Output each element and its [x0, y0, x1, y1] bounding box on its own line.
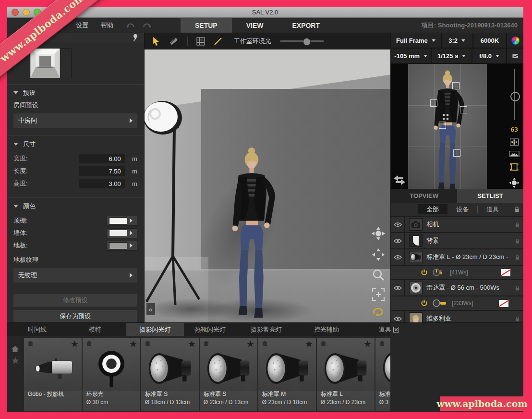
home-icon[interactable] — [320, 341, 326, 346]
tab-timeline[interactable]: 时间线 — [28, 323, 47, 336]
tab-setup[interactable]: SETUP — [181, 18, 232, 33]
setlist-row-background[interactable]: 背景 — [391, 233, 523, 249]
home-icon[interactable] — [27, 341, 34, 346]
shutter-select[interactable]: 1/125 s — [432, 49, 472, 63]
visibility-eye-icon[interactable] — [394, 316, 402, 321]
menu-settings[interactable]: 设置 — [76, 21, 88, 30]
setlist-row-radar-dish[interactable]: 雷达罩 - Ø 56 cm - 500Ws — [391, 280, 523, 296]
measure-tool[interactable] — [169, 37, 179, 46]
filter-all[interactable]: 全部 — [418, 204, 447, 214]
redo-icon[interactable] — [142, 22, 152, 29]
preview-zoom-slider[interactable] — [514, 69, 515, 120]
power-dial-icon[interactable] — [433, 299, 447, 307]
home-icon[interactable] — [262, 341, 268, 346]
collapse-panel-button[interactable]: « — [146, 303, 155, 315]
star-icon[interactable] — [305, 341, 313, 347]
lock-icon[interactable] — [515, 285, 520, 291]
setlist-row-camera[interactable]: 相机 — [391, 217, 523, 233]
library-card-reflector-s2[interactable]: 标准罩 SØ 23cm / D 13cm — [200, 338, 257, 411]
tab-export[interactable]: EXPORT — [278, 18, 334, 33]
room-preset-select[interactable]: 中房间 — [13, 113, 137, 128]
home-filter-icon[interactable] — [12, 346, 19, 352]
star-icon[interactable] — [188, 341, 195, 347]
slider-knob[interactable] — [303, 38, 311, 46]
tab-studio-flash[interactable]: 摄影闪光灯 — [126, 323, 184, 336]
library-card-gobo[interactable]: Gobo - 投影机 — [24, 338, 82, 411]
close-button[interactable] — [12, 9, 19, 16]
viewport[interactable]: 工作室环境光 « — [145, 33, 391, 322]
sensor-select[interactable]: Full Frame — [391, 33, 440, 48]
visibility-eye-icon[interactable] — [394, 285, 402, 291]
width-input[interactable]: 6.00 — [79, 154, 125, 163]
filter-devices[interactable]: 设备 — [447, 204, 477, 214]
power-icon[interactable] — [421, 269, 428, 276]
tab-light-modifiers[interactable]: 控光辅助 — [314, 323, 339, 336]
model-figure[interactable] — [220, 147, 283, 321]
minimize-button[interactable] — [23, 9, 30, 16]
pan-tool[interactable] — [372, 248, 385, 261]
star-icon[interactable] — [364, 341, 371, 347]
home-icon[interactable] — [145, 341, 151, 346]
light-stand[interactable] — [145, 98, 210, 309]
lock-icon[interactable] — [515, 222, 520, 227]
tab-speedlight[interactable]: 热靴闪光灯 — [194, 323, 226, 336]
af-points-icon[interactable] — [509, 138, 519, 146]
library-card-reflector-l[interactable]: 标准罩 LØ 23cm / D 23cm — [317, 338, 375, 411]
home-icon[interactable] — [86, 341, 92, 346]
star-icon[interactable] — [247, 341, 254, 347]
flip-arrows-icon[interactable] — [394, 175, 405, 185]
library-card-reflector-m[interactable]: 标准罩 MØ 23cm / D 18cm — [258, 338, 316, 411]
library-card-reflector-s1[interactable]: 标准罩 SØ 18cm / D 13cm — [141, 338, 199, 411]
height-input[interactable]: 3.00 — [79, 179, 125, 188]
visibility-eye-icon[interactable] — [394, 238, 402, 244]
studio-scene[interactable]: « — [145, 49, 391, 322]
floor-color-picker[interactable] — [107, 241, 137, 251]
tab-models[interactable]: 模特 — [89, 323, 101, 336]
preview-image[interactable] — [408, 64, 487, 189]
aperture-select[interactable]: f/8.0 — [472, 49, 506, 63]
undo-icon[interactable] — [126, 22, 135, 29]
histogram-icon[interactable] — [509, 151, 520, 157]
reset-rotation-tool[interactable] — [373, 308, 384, 317]
wall-color-picker[interactable] — [107, 228, 137, 238]
ratio-select[interactable]: 3:2 — [442, 33, 472, 48]
grid-tool[interactable] — [196, 37, 205, 46]
star-filter-icon[interactable] — [12, 357, 19, 364]
visibility-eye-icon[interactable] — [394, 222, 402, 227]
home-icon[interactable] — [203, 341, 209, 346]
select-cursor-tool[interactable] — [152, 37, 160, 46]
star-icon[interactable] — [71, 341, 78, 347]
setlist-row-model[interactable]: 维多利亚 — [391, 311, 523, 322]
tab-setlist[interactable]: SETLIST — [457, 189, 523, 203]
ceiling-color-picker[interactable] — [107, 216, 137, 226]
orbit-tool[interactable] — [371, 226, 386, 241]
power-dial-icon[interactable]: 6 — [433, 269, 445, 276]
frame-overlay-icon[interactable] — [509, 162, 520, 172]
tab-topview[interactable]: TOPVIEW — [391, 189, 457, 203]
lock-icon[interactable] — [515, 238, 520, 244]
gel-filter-none-icon[interactable] — [501, 269, 510, 276]
tab-continuous-light[interactable]: 摄影常亮灯 — [251, 323, 282, 336]
library-card-reflector-cut[interactable]: 标准Ø 3 — [375, 338, 390, 411]
tab-view[interactable]: VIEW — [232, 18, 278, 33]
visibility-eye-icon[interactable] — [394, 255, 402, 260]
line-tool[interactable] — [214, 37, 222, 46]
power-icon[interactable] — [421, 300, 428, 307]
collapse-caret-icon[interactable] — [13, 205, 18, 208]
collapse-caret-icon[interactable] — [13, 143, 18, 146]
orbit-pad-icon[interactable] — [508, 177, 520, 189]
zoom-tool[interactable] — [372, 269, 385, 281]
length-input[interactable]: 7.50 — [79, 166, 125, 176]
floor-texture-select[interactable]: 无纹理 — [13, 268, 137, 283]
slider-knob[interactable] — [510, 92, 520, 101]
white-balance-select[interactable]: 6000K — [473, 33, 507, 48]
home-icon[interactable] — [379, 341, 385, 346]
focal-length-select[interactable]: -105 mm — [391, 49, 431, 63]
tab-props[interactable]: 道具 — [379, 323, 399, 336]
library-card-ringlight[interactable]: 环形光Ø 30 cm — [83, 338, 140, 411]
gel-filter-none-icon[interactable] — [499, 300, 508, 307]
lock-icon[interactable] — [515, 255, 520, 260]
color-wheel-button[interactable] — [507, 33, 523, 48]
filter-props[interactable]: 道具 — [478, 204, 508, 214]
save-as-preset-button[interactable]: 保存为预设 — [13, 310, 137, 322]
